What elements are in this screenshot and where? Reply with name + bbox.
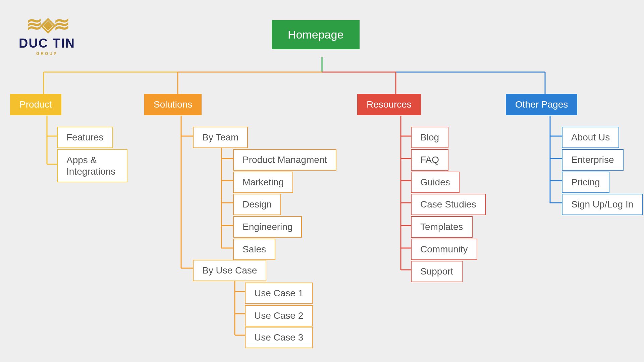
- node-solutions: Solutions: [144, 94, 202, 115]
- node-product-management: Product Managment: [233, 149, 336, 171]
- node-use-case-2: Use Case 2: [245, 305, 313, 326]
- node-blog: Blog: [411, 127, 448, 148]
- node-pricing: Pricing: [562, 172, 609, 193]
- node-resources: Resources: [357, 94, 421, 115]
- node-engineering: Engineering: [233, 216, 302, 238]
- node-use-case-1: Use Case 1: [245, 283, 313, 304]
- brand-logo: ≋◈≋ DUC TIN GROUP: [10, 18, 84, 56]
- logo-wings-icon: ≋◈≋: [10, 18, 84, 30]
- node-case-studies: Case Studies: [411, 194, 486, 215]
- node-sales: Sales: [233, 239, 275, 260]
- node-features: Features: [57, 127, 113, 148]
- node-faq: FAQ: [411, 149, 448, 171]
- node-about-us: About Us: [562, 127, 619, 148]
- node-marketing: Marketing: [233, 172, 293, 193]
- node-enterprise: Enterprise: [562, 149, 624, 171]
- logo-sub: GROUP: [10, 51, 84, 56]
- node-templates: Templates: [411, 216, 473, 238]
- node-other-pages: Other Pages: [506, 94, 577, 115]
- node-design: Design: [233, 194, 281, 215]
- node-use-case-3: Use Case 3: [245, 327, 313, 348]
- node-guides: Guides: [411, 172, 460, 193]
- node-apps-integrations: Apps & Integrations: [57, 149, 127, 182]
- node-support: Support: [411, 261, 463, 282]
- node-community: Community: [411, 239, 477, 260]
- node-product: Product: [10, 94, 61, 115]
- node-homepage: Homepage: [272, 20, 360, 49]
- node-by-team: By Team: [193, 127, 248, 148]
- node-by-use-case: By Use Case: [193, 260, 266, 281]
- node-signup-login: Sign Up/Log In: [562, 194, 643, 215]
- logo-name: DUC TIN: [10, 36, 84, 51]
